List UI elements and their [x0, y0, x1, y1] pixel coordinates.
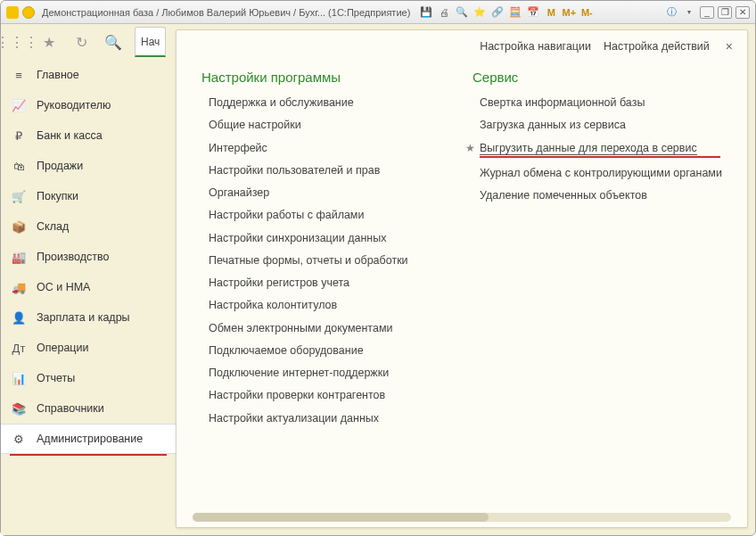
service-section-title: Сервис: [472, 70, 744, 85]
service-link[interactable]: Журнал обмена с контролирующими органами: [480, 166, 744, 180]
window-title: Демонстрационная база / Любимов Валерий …: [42, 7, 410, 18]
sidebar-item-label: Администрирование: [37, 433, 143, 445]
m-minus-button[interactable]: M-: [579, 5, 594, 20]
service-column: Сервис Свертка информационной базыЗагруз…: [472, 70, 744, 507]
app-menu-dropdown[interactable]: [22, 6, 35, 19]
gear-icon: ⚙: [10, 430, 28, 448]
settings-link[interactable]: Общие настройки: [209, 118, 472, 132]
settings-link[interactable]: Настройки синхронизации данных: [209, 231, 472, 245]
sidebar-item-label: Склад: [37, 220, 69, 233]
ruble-icon: ₽: [10, 127, 28, 144]
settings-link[interactable]: Поддержка и обслуживание: [209, 95, 472, 110]
sidebar-item-продажи[interactable]: 🛍Продажи: [1, 151, 176, 181]
sidebar-item-label: Продажи: [37, 160, 83, 172]
bag-icon: 🛍: [10, 157, 28, 175]
service-link[interactable]: Загрузка данных из сервиса: [480, 118, 744, 132]
star-icon[interactable]: ★: [33, 26, 65, 58]
favorite-icon[interactable]: ⭐: [472, 5, 487, 20]
settings-link[interactable]: Органайзер: [209, 186, 472, 200]
sidebar-item-операции[interactable]: ДтОперации: [1, 333, 176, 363]
titlebar: Демонстрационная база / Любимов Валерий …: [1, 1, 755, 24]
sidebar-item-label: Покупки: [37, 190, 78, 202]
settings-link[interactable]: Настройки актуализации данных: [209, 411, 472, 425]
window-maximize-button[interactable]: ❐: [718, 6, 732, 19]
settings-links: Поддержка и обслуживаниеОбщие настройкиИ…: [201, 95, 472, 425]
sidebar-item-справочники[interactable]: 📚Справочники: [1, 393, 176, 424]
tab-start[interactable]: Нач: [135, 27, 166, 57]
box-icon: 📦: [10, 218, 28, 235]
sidebar-item-label: Производство: [37, 251, 110, 263]
settings-link[interactable]: Настройки пользователей и прав: [209, 163, 472, 177]
preview-icon[interactable]: 🔍: [455, 5, 469, 20]
apps-grid-icon[interactable]: ⋮⋮⋮: [1, 26, 33, 58]
sidebar-item-руководителю[interactable]: 📈Руководителю: [1, 90, 176, 120]
sidebar-item-label: Справочники: [37, 402, 104, 415]
sidebar-item-label: Зарплата и кадры: [37, 311, 130, 324]
print-icon[interactable]: 🖨: [437, 5, 451, 20]
sidebar-item-зарплата-и-кадры[interactable]: 👤Зарплата и кадры: [1, 302, 176, 333]
settings-section-title: Настройки программы: [201, 70, 472, 85]
settings-link[interactable]: Печатные формы, отчеты и обработки: [209, 253, 472, 268]
sidebar-item-главное[interactable]: ≡Главное: [1, 60, 176, 90]
sidebar-item-производство[interactable]: 🏭Производство: [1, 242, 176, 272]
sidebar-item-склад[interactable]: 📦Склад: [1, 211, 176, 242]
settings-link[interactable]: Настройки регистров учета: [209, 276, 472, 290]
factory-icon: 🏭: [10, 248, 28, 266]
sidebar-item-label: Руководителю: [37, 99, 111, 111]
settings-link[interactable]: Интерфейс: [209, 141, 472, 155]
action-settings-link[interactable]: Настройка действий: [604, 40, 710, 53]
sidebar-item-банк-и-касса[interactable]: ₽Банк и касса: [1, 120, 176, 151]
book-icon: 📚: [10, 400, 28, 417]
sidebar-item-label: Главное: [37, 69, 79, 81]
ops-icon: Дт: [10, 339, 28, 357]
service-links: Свертка информационной базыЗагрузка данн…: [472, 95, 744, 202]
link-icon[interactable]: 🔗: [490, 5, 505, 20]
content-header: Настройка навигации Настройка действий ×: [177, 30, 747, 62]
service-link[interactable]: Удаление помеченных объектов: [480, 188, 744, 202]
nav-settings-link[interactable]: Настройка навигации: [480, 40, 591, 53]
left-panel: ⋮⋮⋮ ★ ↻ 🔍 Нач ≡Главное📈Руководителю₽Банк…: [1, 24, 176, 535]
settings-column: Настройки программы Поддержка и обслужив…: [201, 70, 472, 507]
settings-link[interactable]: Настройки работы с файлами: [209, 208, 472, 222]
m-plus-button[interactable]: M+: [562, 5, 576, 20]
dropdown-icon[interactable]: ▾: [682, 5, 696, 20]
report-icon: 📊: [10, 369, 28, 387]
settings-link[interactable]: Подключаемое оборудование: [209, 343, 472, 358]
body-area: ⋮⋮⋮ ★ ↻ 🔍 Нач ≡Главное📈Руководителю₽Банк…: [1, 24, 755, 535]
search-icon[interactable]: 🔍: [97, 26, 129, 58]
settings-link[interactable]: Обмен электронными документами: [209, 321, 472, 335]
scrollbar-thumb[interactable]: [193, 513, 489, 522]
service-link[interactable]: Свертка информационной базы: [480, 95, 744, 110]
sidebar-active-underline: [10, 454, 167, 456]
sidebar-item-label: Банк и касса: [37, 129, 103, 142]
content-body: Настройки программы Поддержка и обслужив…: [177, 62, 747, 507]
calendar-icon[interactable]: 📅: [526, 5, 540, 20]
save-icon[interactable]: 💾: [419, 5, 433, 20]
service-link-label: Выгрузить данные для перехода в сервис: [480, 142, 697, 155]
window-minimize-button[interactable]: _: [700, 6, 714, 19]
settings-link[interactable]: Подключение интернет-поддержки: [209, 366, 472, 380]
settings-link[interactable]: Настройки проверки контрагентов: [209, 388, 472, 402]
horizontal-scrollbar[interactable]: [193, 513, 731, 522]
main-window: Демонстрационная база / Любимов Валерий …: [0, 0, 756, 536]
service-link[interactable]: ★Выгрузить данные для перехода в сервис: [480, 141, 744, 158]
close-panel-button[interactable]: ×: [722, 39, 736, 54]
window-close-button[interactable]: ✕: [735, 6, 750, 19]
info-icon[interactable]: ⓘ: [664, 5, 678, 20]
m-button[interactable]: M: [544, 5, 558, 20]
sidebar-item-отчеты[interactable]: 📊Отчеты: [1, 363, 176, 393]
cart-icon: 🛒: [10, 187, 28, 205]
history-icon[interactable]: ↻: [65, 26, 97, 58]
calc-icon[interactable]: 🧮: [508, 5, 522, 20]
sidebar-item-label: Отчеты: [37, 372, 75, 384]
truck-icon: 🚚: [10, 278, 28, 296]
sidebar-item-label: Операции: [37, 342, 88, 354]
sidebar-item-администрирование[interactable]: ⚙Администрирование: [1, 424, 176, 454]
sidebar-item-покупки[interactable]: 🛒Покупки: [1, 181, 176, 211]
settings-link[interactable]: Настройка колонтитулов: [209, 298, 472, 312]
chart-icon: 📈: [10, 96, 28, 114]
star-marker-icon: ★: [465, 142, 475, 156]
menu-icon: ≡: [10, 66, 28, 84]
sidebar-item-ос-и-нма[interactable]: 🚚ОС и НМА: [1, 272, 176, 302]
sidebar-nav: ≡Главное📈Руководителю₽Банк и касса🛍Прода…: [1, 60, 176, 535]
